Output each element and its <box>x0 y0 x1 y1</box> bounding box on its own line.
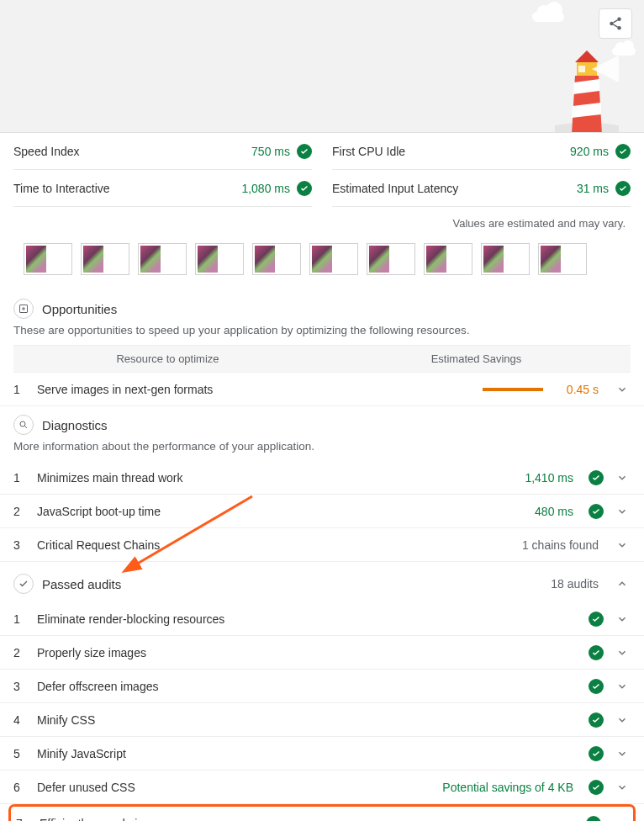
chevron-down-icon[interactable] <box>614 472 631 484</box>
chevron-down-icon[interactable] <box>614 781 631 793</box>
diagnostic-row[interactable]: 2 JavaScript boot-up time 480 ms <box>0 495 644 528</box>
audit-number: 6 <box>13 781 27 794</box>
audit-title: JavaScript boot-up time <box>37 505 525 518</box>
audit-number: 2 <box>13 505 27 518</box>
opportunity-row[interactable]: 1 Serve images in next-gen formats 0.45 … <box>0 373 644 406</box>
audit-number: 3 <box>13 680 27 693</box>
audit-title: Minimizes main thread work <box>37 471 515 485</box>
audit-number: 5 <box>13 747 27 760</box>
audit-number: 1 <box>13 383 27 396</box>
filmstrip-frame[interactable] <box>538 243 587 275</box>
chevron-down-icon[interactable] <box>614 647 631 659</box>
metric-label: First CPU Idle <box>332 145 405 158</box>
estimate-note: Values are estimated and may vary. <box>0 207 644 235</box>
audit-title: Defer unused CSS <box>37 781 432 794</box>
metric-row: Estimated Input Latency 31 ms <box>332 170 631 207</box>
passed-audit-row[interactable]: 6 Defer unused CSS Potential savings of … <box>0 771 644 804</box>
passed-count: 18 audits <box>551 577 599 591</box>
pass-icon <box>589 746 604 761</box>
chevron-down-icon[interactable] <box>614 681 631 692</box>
filmstrip-frame[interactable] <box>424 243 472 275</box>
metric-label: Speed Index <box>13 145 80 158</box>
pass-icon <box>589 504 604 519</box>
diagnostic-value: 480 ms <box>535 505 573 518</box>
audit-number: 4 <box>13 713 27 727</box>
audit-title: Minify CSS <box>37 713 578 727</box>
metric-value: 1,080 ms <box>241 182 290 195</box>
filmstrip-frame[interactable] <box>81 243 129 275</box>
chevron-up-icon[interactable] <box>614 578 631 590</box>
metric-value: 31 ms <box>577 182 609 195</box>
metric-label: Estimated Input Latency <box>332 182 458 195</box>
pass-icon <box>615 181 631 196</box>
chevron-down-icon[interactable] <box>614 506 631 517</box>
audit-number: 3 <box>13 538 27 552</box>
passed-audit-row[interactable]: 4 Minify CSS <box>0 703 644 737</box>
filmstrip-frame[interactable] <box>367 243 415 275</box>
pass-icon <box>297 181 312 196</box>
filmstrip-frame[interactable] <box>252 243 301 275</box>
passed-audit-row[interactable]: 7 Efficiently encode images <box>11 807 633 821</box>
section-title: Diagnostics <box>42 418 108 432</box>
passed-audit-row[interactable]: 2 Properly size images <box>0 636 644 670</box>
svg-point-0 <box>617 18 621 22</box>
audit-number: 1 <box>13 471 27 485</box>
chevron-down-icon[interactable] <box>614 748 631 760</box>
share-button[interactable] <box>599 8 632 39</box>
metric-row: First CPU Idle 920 ms <box>332 133 631 170</box>
audit-title: Efficiently encode images <box>40 817 576 821</box>
col-resource: Resource to optimize <box>13 352 322 365</box>
hero-banner <box>0 0 644 133</box>
savings-value: 0.45 s <box>567 383 599 396</box>
pass-icon <box>589 470 604 485</box>
lighthouse-logo <box>555 35 619 133</box>
audit-number: 7 <box>16 817 29 821</box>
audit-number: 2 <box>13 646 27 659</box>
opportunities-icon <box>13 299 34 319</box>
filmstrip-frame[interactable] <box>195 243 244 275</box>
audit-title: Properly size images <box>37 646 578 659</box>
highlighted-audit: 7 Efficiently encode images <box>8 804 636 821</box>
filmstrip-frame[interactable] <box>138 243 187 275</box>
section-title: Opportunities <box>42 302 117 316</box>
pass-icon <box>589 645 604 660</box>
opportunities-columns: Resource to optimize Estimated Savings <box>13 345 631 373</box>
diagnostics-header: Diagnostics <box>0 406 644 440</box>
savings-bar <box>483 388 543 391</box>
audit-title: Serve images in next-gen formats <box>37 383 472 396</box>
chevron-down-icon[interactable] <box>614 384 631 395</box>
diagnostic-row[interactable]: 1 Minimizes main thread work 1,410 ms <box>0 461 644 495</box>
chevron-down-icon[interactable] <box>611 818 628 821</box>
chevron-down-icon[interactable] <box>614 714 631 726</box>
svg-marker-6 <box>575 50 599 62</box>
pass-icon <box>589 612 604 627</box>
metric-row: Speed Index 750 ms <box>13 133 312 170</box>
passed-audit-row[interactable]: 5 Minify JavaScript <box>0 737 644 771</box>
pass-icon <box>586 816 601 821</box>
diagnostic-row[interactable]: 3 Critical Request Chains 1 chains found <box>0 528 644 562</box>
pass-icon <box>589 780 604 795</box>
metric-value: 920 ms <box>570 145 609 158</box>
col-savings: Estimated Savings <box>322 352 631 365</box>
diagnostic-note: 1 chains found <box>522 538 599 552</box>
passed-audit-row[interactable]: 3 Defer offscreen images <box>0 670 644 703</box>
passed-audit-row[interactable]: 1 Eliminate render-blocking resources <box>0 602 644 636</box>
svg-rect-5 <box>578 66 585 72</box>
svg-point-8 <box>20 421 25 426</box>
passed-audits-header[interactable]: Passed audits 18 audits <box>0 562 644 602</box>
filmstrip <box>0 235 644 290</box>
metric-label: Time to Interactive <box>13 182 110 195</box>
metric-row: Time to Interactive 1,080 ms <box>13 170 312 207</box>
chevron-down-icon[interactable] <box>614 539 631 551</box>
filmstrip-frame[interactable] <box>24 243 72 275</box>
filmstrip-frame[interactable] <box>309 243 358 275</box>
diagnostics-desc: More information about the performance o… <box>0 440 644 461</box>
filmstrip-frame[interactable] <box>481 243 530 275</box>
check-icon <box>13 574 34 594</box>
opportunities-header: Opportunities <box>0 290 644 324</box>
audit-title: Defer offscreen images <box>37 680 578 693</box>
magnify-icon <box>13 415 34 435</box>
audit-title: Eliminate render-blocking resources <box>37 612 578 626</box>
chevron-down-icon[interactable] <box>614 613 631 625</box>
diagnostic-value: 1,410 ms <box>525 471 573 485</box>
